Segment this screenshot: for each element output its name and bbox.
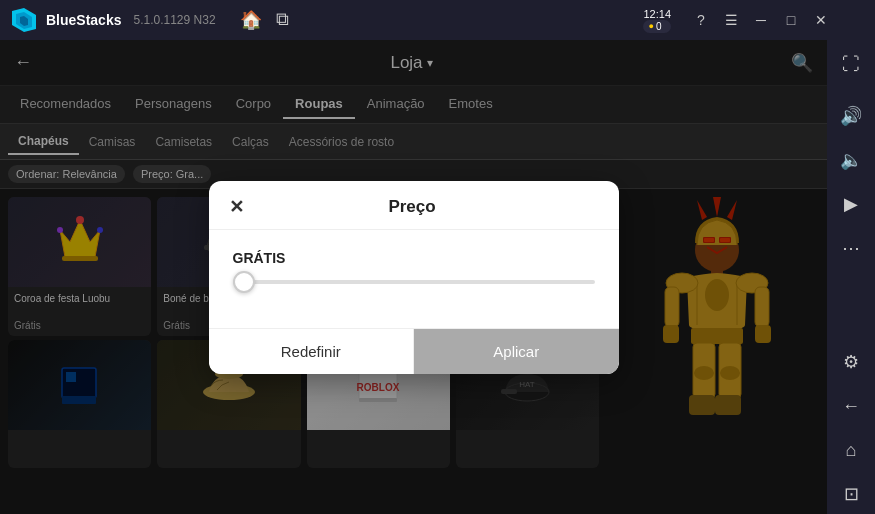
- bluestacks-logo: [10, 6, 38, 34]
- home-sidebar-button[interactable]: ⌂: [831, 430, 871, 470]
- clock: 12:14: [643, 8, 671, 20]
- app-version: 5.1.0.1129 N32: [133, 13, 215, 27]
- menu-button[interactable]: ☰: [717, 6, 745, 34]
- more-button[interactable]: ⋯: [831, 228, 871, 268]
- volume-down-button[interactable]: 🔈: [831, 140, 871, 180]
- main-area: ← Loja ▾ 🔍 Recomendados Personagens Corp…: [0, 40, 827, 514]
- fullscreen-button[interactable]: ⊡: [831, 474, 871, 514]
- back-sidebar-button[interactable]: ←: [831, 386, 871, 426]
- play-button[interactable]: ▶: [831, 184, 871, 224]
- modal-header: ✕ Preço: [209, 181, 619, 230]
- settings-button[interactable]: ⚙: [831, 342, 871, 382]
- price-modal: ✕ Preço GRÁTIS Redefinir Aplicar: [209, 181, 619, 374]
- price-option-label: GRÁTIS: [233, 250, 595, 266]
- modal-title: Preço: [244, 197, 581, 217]
- volume-up-button[interactable]: 🔊: [831, 96, 871, 136]
- slider-track: [233, 280, 595, 284]
- modal-footer: Redefinir Aplicar: [209, 328, 619, 374]
- home-nav-icon[interactable]: 🏠: [240, 9, 262, 31]
- apply-button[interactable]: Aplicar: [414, 329, 619, 374]
- right-sidebar: ⛶ 🔊 🔈 ▶ ⋯ ⚙ ← ⌂ ⊡: [827, 0, 875, 514]
- maximize-button[interactable]: □: [777, 6, 805, 34]
- app-name: BlueStacks: [46, 12, 121, 28]
- copy-nav-icon[interactable]: ⧉: [276, 9, 289, 31]
- reset-button[interactable]: Redefinir: [209, 329, 415, 374]
- slider-thumb[interactable]: [233, 271, 255, 293]
- expand-sidebar-button[interactable]: ⛶: [831, 44, 871, 84]
- modal-close-button[interactable]: ✕: [229, 198, 244, 216]
- help-button[interactable]: ?: [687, 6, 715, 34]
- price-slider-container: [233, 280, 595, 284]
- modal-overlay: ✕ Preço GRÁTIS Redefinir Aplicar: [0, 40, 827, 514]
- modal-body: GRÁTIS: [209, 230, 619, 328]
- minimize-button[interactable]: ─: [747, 6, 775, 34]
- notification-badge: ● 0: [643, 20, 671, 33]
- title-bar: BlueStacks 5.1.0.1129 N32 🏠 ⧉ 12:14 ● 0 …: [0, 0, 875, 40]
